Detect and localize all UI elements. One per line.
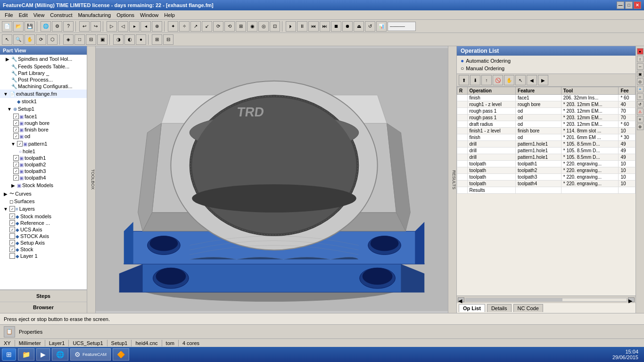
tree-spindles[interactable]: ▶ 🔧 Spindles and Tool Hol... bbox=[0, 55, 87, 63]
tp4-checkbox[interactable] bbox=[13, 175, 19, 181]
scroll-left-btn[interactable]: ◀ bbox=[458, 297, 464, 302]
menu-options[interactable]: Options bbox=[114, 11, 137, 19]
tree-stock-models[interactable]: ▶ ▣ Stock Models bbox=[0, 181, 87, 189]
rt-rotate-btn[interactable]: ↺ bbox=[637, 101, 644, 107]
tree-pattern1[interactable]: ▼ ▣ pattern1 bbox=[0, 140, 87, 148]
tree-hole1[interactable]: ○ hole1 bbox=[0, 148, 87, 155]
pan-btn[interactable]: ✋ bbox=[25, 34, 35, 45]
menu-view[interactable]: View bbox=[31, 11, 48, 19]
op-table-row[interactable]: rough pass 1od* 203. 12mm EM...70 bbox=[457, 115, 636, 121]
nc-code-tab[interactable]: NC Code bbox=[513, 304, 543, 312]
tree-face1[interactable]: ▣ face1 bbox=[0, 113, 87, 120]
op-prev-btn[interactable]: ◀ bbox=[527, 75, 537, 85]
sim-btn3[interactable]: ⏮ bbox=[308, 21, 319, 32]
settings-button[interactable]: ⚙ bbox=[52, 21, 62, 32]
tree-stock-layer[interactable]: ◆ Stock bbox=[0, 246, 87, 253]
layers-checkbox[interactable] bbox=[9, 206, 15, 212]
rt-circle-btn[interactable]: ○ bbox=[637, 93, 644, 100]
cam-btn9[interactable]: ◎ bbox=[258, 21, 269, 32]
help-button[interactable]: ? bbox=[63, 21, 74, 32]
rotate-btn[interactable]: ⟳ bbox=[36, 34, 46, 45]
stock-axis-checkbox[interactable] bbox=[9, 233, 15, 239]
tree-setup1[interactable]: ▼ ⊕ Setup1 bbox=[0, 105, 87, 113]
tree-toolpath4[interactable]: ▣ toolpath4 bbox=[0, 174, 87, 181]
manual-ordering-option[interactable]: ○ Manual Ordering bbox=[461, 65, 632, 72]
tree-reference[interactable]: ◆ Reference ... bbox=[0, 220, 87, 226]
op-table-row[interactable]: drillpattern1.hole1* 105. 8.5mm D...49 bbox=[457, 154, 636, 161]
ref-checkbox[interactable] bbox=[9, 220, 15, 226]
start-button[interactable]: ⊞ bbox=[2, 348, 16, 361]
op-table-row[interactable]: finishod* 201. 6mm EM ...* 30 bbox=[457, 134, 636, 141]
tree-layers[interactable]: ▼ ≡ Layers bbox=[0, 205, 87, 213]
op-table-row[interactable]: Results bbox=[457, 187, 636, 194]
save-button[interactable]: 💾 bbox=[25, 21, 35, 32]
menu-window[interactable]: Window bbox=[137, 11, 161, 19]
roughbore-checkbox[interactable] bbox=[13, 120, 19, 126]
taskbar-featurecam[interactable]: ⚙ FeatureCAM bbox=[70, 348, 111, 361]
shade3-btn[interactable]: ● bbox=[136, 34, 146, 45]
sim-btn8[interactable]: ↺ bbox=[365, 21, 375, 32]
sim-btn6[interactable]: ⏺ bbox=[342, 21, 353, 32]
sim-btn2[interactable]: ⏸ bbox=[297, 21, 307, 32]
menu-edit[interactable]: Edit bbox=[16, 11, 31, 19]
rt-red-btn[interactable]: ● bbox=[637, 48, 644, 55]
viewport[interactable]: TRD bbox=[96, 46, 448, 313]
sm-layer-checkbox[interactable] bbox=[9, 214, 15, 219]
op-table-row[interactable]: finishface1206. 32mm Ins...* 60 bbox=[457, 95, 636, 101]
taskbar-media[interactable]: ▶ bbox=[36, 348, 50, 361]
rt-nav1[interactable]: ↕ bbox=[637, 56, 644, 62]
op-cursor-btn[interactable]: ↖ bbox=[515, 75, 526, 85]
tree-stock1[interactable]: ◆ stock1 bbox=[0, 98, 87, 105]
cam-btn10[interactable]: ⊡ bbox=[270, 21, 280, 32]
tree-finish-bore[interactable]: ▣ finish bore bbox=[0, 126, 87, 133]
sim-btn7[interactable]: ⏏ bbox=[354, 21, 364, 32]
select-btn[interactable]: ↖ bbox=[2, 34, 12, 45]
tree-post-process[interactable]: 🔧 Post Process... bbox=[0, 76, 87, 83]
speed-control[interactable]: ───── bbox=[388, 22, 416, 31]
sim-btn9[interactable]: 📊 bbox=[376, 21, 387, 32]
tool3[interactable]: ▸ bbox=[129, 21, 140, 32]
tree-setup-axis[interactable]: ◆ Setup Axis bbox=[0, 239, 87, 246]
tree-od[interactable]: ▣ od bbox=[0, 133, 87, 140]
sim-btn4[interactable]: ⏭ bbox=[320, 21, 330, 32]
tree-machining[interactable]: 🔧 Machining Configurati... bbox=[0, 83, 87, 90]
pattern1-checkbox[interactable] bbox=[17, 141, 23, 147]
tp2-checkbox[interactable] bbox=[13, 162, 19, 167]
new-button[interactable]: 📄 bbox=[2, 21, 12, 32]
op-table-row[interactable]: drillpattern1.hole1* 105. 8.5mm D...49 bbox=[457, 148, 636, 154]
browser-tab[interactable]: Browser bbox=[0, 302, 87, 313]
steps-tab[interactable]: Steps bbox=[0, 290, 87, 302]
sim-btn1[interactable]: ⏵ bbox=[286, 21, 296, 32]
cam-btn6[interactable]: ⟲ bbox=[224, 21, 235, 32]
wire-btn[interactable]: ⬡ bbox=[47, 34, 58, 45]
tree-stock-models-layer[interactable]: ◆ Stock models bbox=[0, 213, 87, 220]
open-button[interactable]: 📂 bbox=[13, 21, 24, 32]
cam-btn4[interactable]: ↙ bbox=[202, 21, 212, 32]
undo-button[interactable]: ↩ bbox=[79, 21, 90, 32]
scroll-thumb[interactable] bbox=[466, 298, 562, 301]
op-table-row[interactable]: toolpathtoolpath2* 220. engraving...10 bbox=[457, 167, 636, 174]
tool5[interactable]: ⊕ bbox=[152, 21, 162, 32]
web-button[interactable]: 🌐 bbox=[41, 21, 51, 32]
tree-part-library[interactable]: 🔧 Part Library _ bbox=[0, 70, 87, 76]
op-table-row[interactable]: rough pass 1od* 203. 12mm EM...70 bbox=[457, 108, 636, 115]
zoom-btn[interactable]: 🔍 bbox=[13, 34, 24, 45]
op-next-btn[interactable]: ▶ bbox=[538, 75, 548, 85]
cam-btn1[interactable]: ✦ bbox=[168, 21, 178, 32]
rt-lines-btn[interactable]: ≡ bbox=[637, 116, 644, 123]
view-top[interactable]: ⊟ bbox=[86, 34, 96, 45]
shade-btn[interactable]: ◑ bbox=[113, 34, 124, 45]
tool2[interactable]: ◁ bbox=[118, 21, 128, 32]
op-hand-btn[interactable]: ✋ bbox=[504, 75, 514, 85]
op-up-btn[interactable]: ⬆ bbox=[459, 75, 469, 85]
grid-btn[interactable]: ⊟ bbox=[163, 34, 173, 45]
rt-view1[interactable]: ▣ bbox=[637, 71, 644, 77]
tool1[interactable]: ▷ bbox=[107, 21, 117, 32]
op-list-tab[interactable]: Op List bbox=[459, 304, 485, 312]
details-tab[interactable]: Details bbox=[487, 304, 512, 312]
ucs-checkbox[interactable] bbox=[9, 227, 15, 232]
tree-exhaust-flange[interactable]: ▼ 📄 exhaust flange.fm bbox=[0, 90, 87, 98]
shade2-btn[interactable]: ◐ bbox=[124, 34, 135, 45]
tp3-checkbox[interactable] bbox=[13, 168, 19, 174]
rt-err-btn[interactable]: ⚠ bbox=[637, 108, 644, 115]
